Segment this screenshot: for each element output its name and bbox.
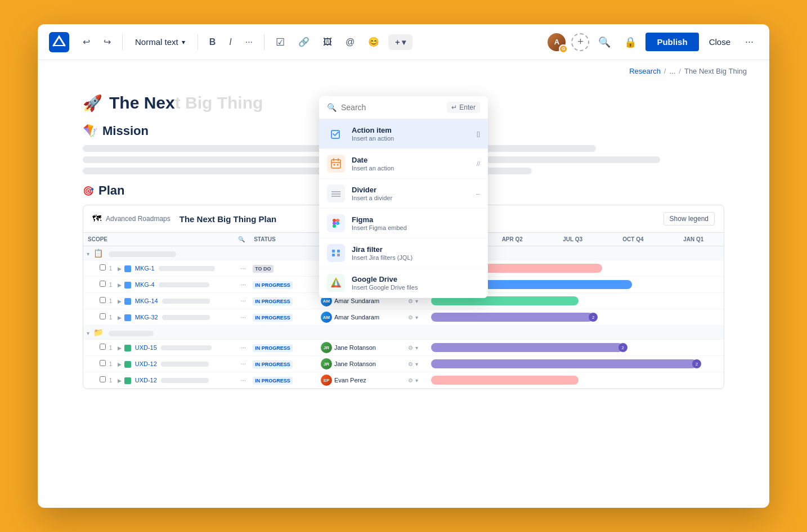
gantt-track: 2 [425, 343, 720, 352]
assignee-name: Jane Rotanson [334, 360, 376, 367]
row-menu[interactable]: ··· [240, 376, 246, 384]
row-checkbox[interactable] [100, 297, 106, 303]
scope-cell: 1 ▶ MKG-1 ··· [83, 260, 249, 277]
row-expand-icon[interactable]: ▶ [118, 282, 122, 288]
row-checkbox[interactable] [100, 264, 106, 270]
row-expand-icon[interactable]: ▶ [118, 378, 122, 384]
figma-item-icon [327, 214, 345, 232]
bold-button[interactable]: B [205, 34, 221, 51]
dropdown-item-jira[interactable]: Jira filter Insert Jira filters (JQL) [319, 238, 488, 268]
row-checkbox[interactable] [100, 313, 106, 319]
row-expand-icon[interactable]: ▶ [118, 266, 122, 272]
expand-icon[interactable]: ▾ [87, 251, 89, 257]
gantt-bar [431, 376, 579, 385]
dropdown-item-title: Action item [352, 126, 470, 134]
table-row: 1 ▶ UXD-15 ··· IN PROGRESS JR Jane Rotan… [83, 340, 724, 356]
row-menu[interactable]: ··· [240, 344, 246, 351]
svg-rect-2 [331, 160, 340, 168]
image-button[interactable]: 🖼 [319, 34, 337, 51]
breadcrumb-ellipsis: ... [669, 67, 675, 75]
task-button[interactable]: ☑ [271, 33, 289, 52]
toolbar-divider-3 [264, 34, 264, 50]
more-formatting-button[interactable]: ··· [241, 34, 257, 51]
row-checkbox[interactable] [100, 376, 106, 382]
svg-point-15 [333, 224, 336, 228]
mention-button[interactable]: @ [341, 34, 359, 51]
timeline-col: Jan Q1 [663, 233, 724, 246]
show-legend-button[interactable]: Show legend [663, 212, 715, 226]
enter-icon: ↵ [451, 103, 457, 111]
search-button[interactable]: 🔍 [594, 33, 615, 52]
assignee-settings-icon[interactable]: ⚙ [408, 345, 413, 351]
insert-icon: + [395, 38, 400, 47]
row-expand-icon[interactable]: ▶ [118, 315, 122, 321]
add-collaborator-button[interactable]: + [571, 33, 589, 51]
more-formatting-icon: ··· [245, 37, 253, 47]
breadcrumb-research[interactable]: Research [629, 67, 661, 75]
svg-point-6 [334, 164, 335, 166]
assignee-expand-icon[interactable]: ▾ [415, 377, 418, 384]
dropdown-item-title: Jira filter [352, 245, 480, 254]
page-title: The Next Big Thing [109, 93, 263, 112]
link-button[interactable]: 🔗 [294, 33, 314, 51]
toolbar-divider-2 [198, 34, 198, 50]
lock-button[interactable]: 🔒 [620, 33, 641, 52]
assignee-expand-icon[interactable]: ▾ [415, 314, 418, 321]
redo-button[interactable]: ↪ [99, 33, 115, 51]
gantt-bar: 2 [431, 359, 697, 368]
roadmap-group-row: ▾ 📁 [83, 326, 724, 340]
assignee-avatar: EP [321, 375, 332, 386]
row-num: 1 [109, 377, 116, 384]
publish-button[interactable]: Publish [645, 33, 698, 51]
close-button[interactable]: Close [703, 34, 736, 50]
italic-button[interactable]: I [225, 34, 236, 51]
dropdown-item-shortcut: -- [476, 190, 480, 197]
row-checkbox[interactable] [100, 281, 106, 287]
status-cell: IN PROGRESS [249, 293, 317, 309]
dropdown-search-input[interactable] [341, 103, 442, 112]
assignee-avatar: AM [321, 312, 332, 323]
scope-cell: 1 ▶ UXD-12 ··· [83, 356, 249, 372]
row-menu[interactable]: ··· [240, 313, 246, 321]
search-icon[interactable]: 🔍 [238, 236, 245, 242]
row-expand-icon[interactable]: ▶ [118, 362, 122, 367]
dropdown-item-action[interactable]: Action item Insert an action [] [319, 119, 488, 149]
row-checkbox[interactable] [100, 344, 106, 350]
row-menu[interactable]: ··· [240, 281, 246, 288]
row-expand-icon[interactable]: ▶ [118, 299, 122, 304]
row-expand-icon[interactable]: ▶ [118, 345, 122, 351]
assignee-settings-icon[interactable]: ⚙ [408, 314, 413, 321]
insert-button[interactable]: + ▾ [388, 34, 413, 50]
dropdown-item-gdrive[interactable]: Google Drive Insert Google Drive files [319, 268, 488, 298]
row-menu[interactable]: ··· [240, 360, 246, 368]
row-menu[interactable]: ··· [240, 297, 246, 305]
undo-button[interactable]: ↩ [78, 33, 95, 51]
enter-hint: ↵ Enter [447, 102, 480, 113]
emoji-button[interactable]: 😊 [364, 33, 384, 51]
text-style-label: Normal text [135, 37, 178, 47]
image-icon: 🖼 [323, 37, 332, 47]
dropdown-item-figma[interactable]: Figma Insert Figma embed [319, 209, 488, 238]
assignee-settings-icon[interactable]: ⚙ [408, 377, 413, 384]
row-name-bar [161, 378, 209, 383]
assignee-expand-icon[interactable]: ▾ [415, 361, 418, 367]
assignee-expand-icon[interactable]: ▾ [415, 345, 418, 351]
breadcrumb-sep-1: / [664, 67, 666, 75]
row-menu[interactable]: ··· [240, 264, 246, 272]
assignee-settings-icon[interactable]: ⚙ [408, 298, 413, 304]
dropdown-item-title: Date [352, 156, 470, 164]
row-type-icon [124, 361, 131, 368]
row-checkbox[interactable] [100, 360, 106, 366]
dropdown-item-subtitle: Insert Jira filters (JQL) [352, 254, 480, 261]
row-type-icon [124, 345, 131, 351]
dropdown-item-date[interactable]: Date Insert an action // [319, 149, 488, 179]
expand-icon[interactable]: ▾ [87, 330, 89, 336]
more-options-button[interactable]: ··· [741, 33, 758, 51]
assignee-expand-icon[interactable]: ▾ [415, 298, 418, 304]
assignee-name: Jane Rotanson [334, 344, 376, 351]
dropdown-item-subtitle: Insert an action [352, 165, 470, 172]
text-style-dropdown[interactable]: Normal text ▾ [129, 34, 191, 50]
assignee-settings-icon[interactable]: ⚙ [408, 361, 413, 367]
date-item-icon [327, 155, 345, 173]
dropdown-item-divider[interactable]: Divider Insert a divider -- [319, 179, 488, 209]
